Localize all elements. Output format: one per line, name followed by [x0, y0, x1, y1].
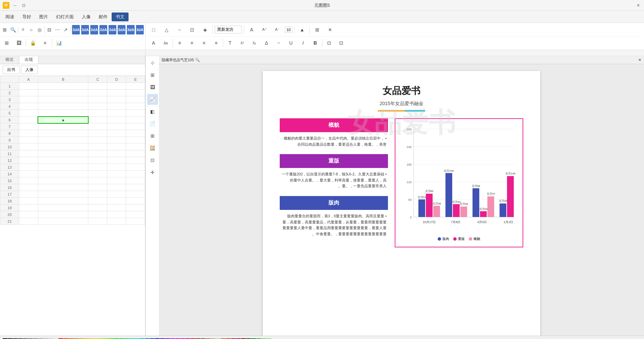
cell-A5[interactable]	[19, 110, 38, 117]
font-size[interactable]: 10	[285, 27, 292, 33]
tool-table2[interactable]: ⊟	[46, 24, 52, 35]
shape-effect[interactable]: ◈	[200, 24, 210, 35]
text-delta2[interactable]: Δ	[261, 38, 272, 48]
font-style-7[interactable]: 3dA	[127, 25, 135, 34]
menu-mail[interactable]: 邮件	[95, 13, 112, 21]
cell-E13[interactable]	[126, 164, 145, 171]
cell-C2[interactable]	[88, 90, 107, 96]
text-strike[interactable]: ~	[273, 38, 284, 48]
col-header-A[interactable]: A	[19, 76, 38, 83]
cell-A14[interactable]	[19, 171, 38, 177]
cell-A9[interactable]	[19, 137, 38, 144]
cell-A13[interactable]	[19, 164, 38, 171]
cell-D11[interactable]	[107, 150, 126, 157]
font-style-8[interactable]: 3dA	[136, 25, 144, 34]
cell-D8[interactable]	[107, 130, 126, 137]
cell-C19[interactable]	[88, 204, 107, 211]
font-size-up[interactable]: A⁺	[259, 24, 270, 35]
restore-btn[interactable]: ⊡	[21, 2, 27, 8]
cell-B13[interactable]	[38, 164, 88, 171]
cell-C17[interactable]	[88, 191, 107, 198]
cell-E3[interactable]	[126, 96, 145, 103]
tool-lines[interactable]: ≡	[40, 38, 50, 48]
cell-B12[interactable]	[38, 157, 88, 164]
cell-D2[interactable]	[107, 90, 126, 96]
cell-E2[interactable]	[126, 90, 145, 96]
cell-E12[interactable]	[126, 157, 145, 164]
col-header-C[interactable]: C	[88, 76, 107, 83]
cell-B4[interactable]	[38, 103, 88, 110]
cell-E14[interactable]	[126, 171, 145, 177]
cell-A11[interactable]	[19, 150, 38, 157]
cell-B5[interactable]	[38, 110, 88, 117]
tool-lock[interactable]: 🔒	[27, 38, 38, 48]
cell-A2[interactable]	[19, 90, 38, 96]
side-tool-image[interactable]: 🖼	[147, 82, 158, 93]
font-style-6[interactable]: 3dA	[118, 25, 125, 34]
cell-B15[interactable]	[38, 177, 88, 184]
cell-D15[interactable]	[107, 177, 126, 184]
action-book[interactable]: 出书	[3, 66, 20, 74]
cell-D5[interactable]	[107, 110, 126, 117]
cell-C18[interactable]	[88, 198, 107, 204]
color-fill[interactable]: A	[246, 24, 257, 35]
cell-D17[interactable]	[107, 191, 126, 198]
side-tool-grid2[interactable]: ⊡	[147, 155, 158, 166]
shape-arrow[interactable]: →	[174, 24, 185, 35]
font-name[interactable]: 黑新龙坊	[215, 26, 242, 33]
cell-A12[interactable]	[19, 157, 38, 164]
col-header-D[interactable]: D	[107, 76, 126, 83]
cell-B17[interactable]	[38, 191, 88, 198]
text-superscript[interactable]: X²	[237, 38, 248, 48]
color-A[interactable]: A	[148, 38, 159, 48]
cell-A4[interactable]	[19, 103, 38, 110]
cell-D13[interactable]	[107, 164, 126, 171]
cell-E21[interactable]	[126, 218, 145, 225]
minimize-btn[interactable]: ─	[12, 2, 18, 8]
col-header-E[interactable]: E	[126, 76, 145, 83]
cell-C8[interactable]	[88, 130, 107, 137]
cell-D6[interactable]	[107, 117, 126, 123]
menu-portrait[interactable]: 人像	[78, 13, 95, 21]
position-2[interactable]: ⊡	[336, 38, 347, 48]
cell-B18[interactable]	[38, 198, 88, 204]
cell-E19[interactable]	[126, 204, 145, 211]
cell-B6[interactable]: ■	[38, 117, 88, 123]
cell-D20[interactable]	[107, 211, 126, 218]
text-underline[interactable]: U	[285, 38, 296, 48]
cell-B21[interactable]	[38, 218, 88, 225]
shape-frame[interactable]: ⊡	[187, 24, 198, 35]
align-right[interactable]: ≡	[199, 38, 209, 48]
cell-B11[interactable]	[38, 150, 88, 157]
cell-D7[interactable]	[107, 123, 126, 130]
cell-E18[interactable]	[126, 198, 145, 204]
position-1[interactable]: ⊡	[324, 38, 335, 48]
tool-arrow[interactable]: ↗	[62, 24, 69, 35]
cell-A8[interactable]	[19, 130, 38, 137]
menu-book[interactable]: 书文	[112, 13, 129, 21]
cell-C9[interactable]	[88, 137, 107, 144]
cell-E8[interactable]	[126, 130, 145, 137]
cell-A19[interactable]	[19, 204, 38, 211]
cell-C10[interactable]	[88, 144, 107, 150]
cell-C15[interactable]	[88, 177, 107, 184]
panel-tab-overview[interactable]: 概览	[0, 56, 19, 64]
spreadsheet[interactable]: A B C D E 123456■78910111213141516171819…	[0, 76, 145, 336]
doc-tab-close[interactable]: ✕	[638, 58, 641, 62]
cell-A3[interactable]	[19, 96, 38, 103]
panel-tab-appear[interactable]: 出现	[19, 56, 39, 64]
cell-A21[interactable]	[19, 218, 38, 225]
cell-C21[interactable]	[88, 218, 107, 225]
text-bold[interactable]: B	[310, 38, 321, 48]
cell-D1[interactable]	[107, 83, 126, 90]
cell-B9[interactable]	[38, 137, 88, 144]
cell-E9[interactable]	[126, 137, 145, 144]
cell-C13[interactable]	[88, 164, 107, 171]
cell-C20[interactable]	[88, 211, 107, 218]
tool-image[interactable]: 🖼	[14, 38, 24, 48]
cell-E16[interactable]	[126, 184, 145, 191]
text-T[interactable]: T	[225, 38, 235, 48]
cell-A17[interactable]	[19, 191, 38, 198]
font-style-4[interactable]: 3dA	[99, 25, 107, 34]
cell-A15[interactable]	[19, 177, 38, 184]
